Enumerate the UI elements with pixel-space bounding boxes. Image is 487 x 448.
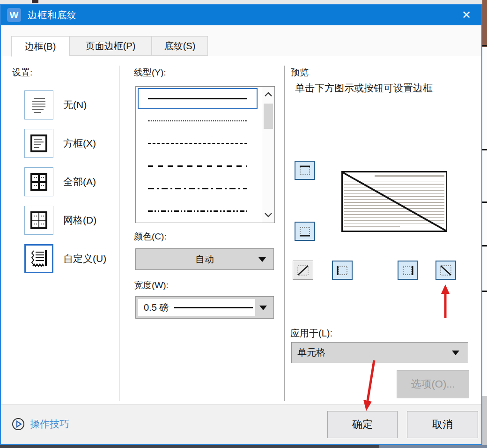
ok-button[interactable]: 确定: [327, 411, 398, 438]
preview-label: 预览: [291, 67, 309, 79]
line-style-listbox[interactable]: [135, 86, 275, 223]
setting-box-label[interactable]: 方框(X): [63, 137, 96, 150]
setting-grid-label[interactable]: 网格(D): [63, 214, 96, 227]
color-dropdown[interactable]: 自动: [135, 248, 274, 270]
background-table-line: [482, 245, 487, 246]
divider: [284, 66, 285, 401]
bottom-border-button[interactable]: [295, 222, 315, 241]
desktop-bottom-strip: [0, 445, 487, 448]
dash-wide-line-swatch: [148, 165, 247, 167]
line-style-option-dotted[interactable]: [138, 111, 258, 131]
width-current-item: 0.5 磅: [138, 299, 255, 316]
operation-tips-label: 操作技巧: [30, 418, 69, 431]
width-line-sample: [174, 307, 253, 308]
background-image-edge: [482, 0, 487, 47]
diagonal-down-border-button[interactable]: [435, 261, 456, 280]
dotted-line-swatch: [148, 120, 247, 121]
background-table-line: [482, 291, 487, 292]
solid-line-swatch: [148, 98, 247, 99]
setting-custom-label[interactable]: 自定义(U): [63, 252, 106, 265]
dash-dot-line-swatch: [148, 188, 247, 189]
none-setting-icon: [28, 94, 50, 116]
desktop-top-strip: [0, 0, 487, 4]
line-style-option-dashed[interactable]: [138, 133, 258, 154]
dashed-line-swatch: [148, 143, 247, 144]
dialog-titlebar[interactable]: W 边框和底纹 ✕: [1, 5, 481, 25]
annotation-arrow-to-ok-button: [360, 358, 378, 414]
setting-all-label[interactable]: 全部(A): [63, 175, 96, 188]
desktop-bottom-strip-light: [379, 445, 487, 448]
setting-none-label[interactable]: 无(N): [63, 98, 87, 112]
apply-to-value: 单元格: [297, 346, 325, 359]
setting-box-button[interactable]: [24, 129, 53, 158]
tab-strip: 边框(B) 页面边框(P) 底纹(S): [1, 25, 481, 56]
settings-label: 设置:: [12, 67, 32, 79]
options-button-disabled[interactable]: 选项(O)...: [397, 370, 469, 398]
color-label: 颜色(C):: [134, 231, 167, 243]
tab-shading[interactable]: 底纹(S): [152, 36, 208, 56]
borders-and-shading-dialog: W 边框和底纹 ✕ 边框(B) 页面边框(P) 底纹(S) 设置:: [0, 4, 482, 445]
top-border-icon: [298, 164, 311, 177]
scroll-down-icon[interactable]: [262, 209, 274, 222]
background-table-line: [482, 45, 487, 46]
operation-tips-link[interactable]: 操作技巧: [11, 417, 69, 431]
setting-custom-button[interactable]: [24, 244, 53, 273]
cancel-button[interactable]: 取消: [407, 411, 478, 438]
diagonal-up-border-icon: [296, 264, 310, 276]
background-table-line: [482, 202, 487, 203]
dialog-footer: 操作技巧 确定 取消: [1, 404, 481, 444]
line-style-option-dash-dot[interactable]: [138, 178, 258, 199]
background-gray-edge: [482, 396, 487, 448]
setting-all-button[interactable]: [24, 167, 53, 196]
background-table-strip: [482, 0, 487, 448]
dialog-title: 边框和底纹: [28, 9, 77, 22]
width-label: 宽度(W):: [134, 279, 169, 291]
grid-setting-icon: [28, 209, 50, 231]
border-preview-diagram[interactable]: [341, 171, 447, 232]
annotation-arrow-to-diagonal-button: [440, 284, 450, 320]
right-border-icon: [401, 264, 414, 276]
chevron-down-icon: [258, 257, 266, 262]
bottom-border-icon: [298, 225, 311, 238]
apply-to-dropdown[interactable]: 单元格: [291, 342, 468, 363]
setting-grid-button[interactable]: [24, 206, 53, 235]
setting-none-button[interactable]: [24, 90, 53, 119]
left-border-button[interactable]: [332, 261, 353, 280]
preview-hint: 单击下方图示或按钮可设置边框: [295, 82, 433, 95]
color-value: 自动: [195, 253, 214, 266]
scrollbar-thumb[interactable]: [264, 104, 273, 129]
line-style-option-solid[interactable]: [138, 88, 258, 109]
borders-tab-panel: 设置: 无(N): [1, 56, 481, 405]
line-style-option-dash-dot-dot[interactable]: [138, 201, 258, 221]
line-style-label: 线型(Y):: [134, 67, 166, 79]
chevron-down-icon: [259, 306, 267, 310]
width-value: 0.5 磅: [144, 301, 169, 314]
apply-to-label: 应用于(L):: [290, 327, 332, 340]
diagonal-up-border-button[interactable]: [293, 261, 313, 280]
play-circle-icon: [11, 417, 25, 431]
diagonal-down-border-icon: [439, 264, 452, 276]
diagonal-down-border-line: [343, 172, 446, 231]
divider: [119, 66, 119, 401]
scroll-up-icon[interactable]: [262, 88, 274, 101]
chevron-down-icon: [452, 351, 459, 355]
custom-setting-icon: [28, 248, 50, 269]
background-artifact: [32, 0, 38, 3]
tab-borders[interactable]: 边框(B): [11, 36, 69, 57]
dash-dot-dot-line-swatch: [148, 210, 247, 212]
wps-writer-logo-icon: W: [7, 8, 21, 22]
screenshot-root: W 边框和底纹 ✕ 边框(B) 页面边框(P) 底纹(S) 设置:: [0, 0, 487, 448]
box-setting-icon: [28, 133, 50, 154]
line-style-scrollbar[interactable]: [262, 87, 274, 223]
tab-page-border[interactable]: 页面边框(P): [69, 36, 152, 56]
close-icon[interactable]: ✕: [456, 5, 477, 25]
top-border-button[interactable]: [295, 161, 315, 180]
right-border-button[interactable]: [398, 261, 418, 280]
left-border-icon: [336, 264, 349, 276]
all-setting-icon: [28, 171, 50, 193]
background-table-line: [482, 149, 487, 150]
width-dropdown[interactable]: 0.5 磅: [135, 296, 274, 319]
line-style-option-dash-wide[interactable]: [138, 156, 258, 176]
